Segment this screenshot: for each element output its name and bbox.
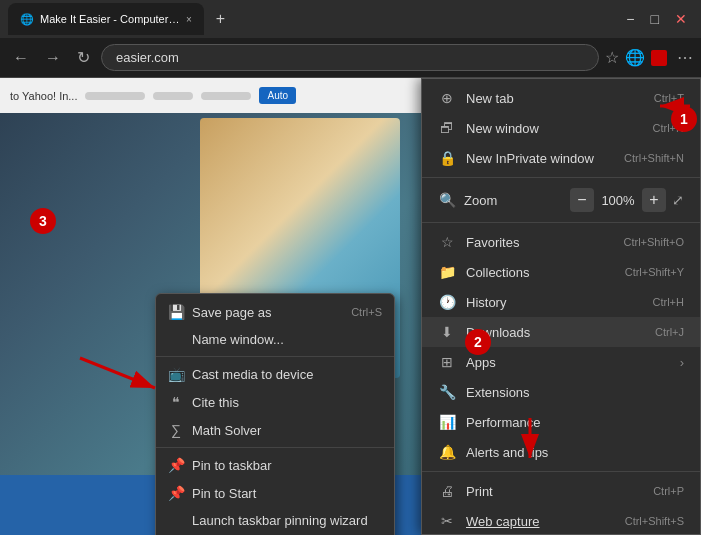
strip-text: to Yahoo! In...: [10, 90, 77, 102]
menu-performance[interactable]: 📊 Performance: [422, 407, 700, 437]
browser-chrome: 🌐 Make It Easier - Computer Tu... × + − …: [0, 0, 701, 38]
window-controls: − □ ✕: [620, 7, 693, 31]
cite-icon: ❝: [168, 394, 184, 410]
progress-bar-2: [153, 92, 193, 100]
menu-extensions-label: Extensions: [466, 385, 530, 400]
ctx-cite[interactable]: ❝ Cite this: [156, 388, 394, 416]
menu-new-window[interactable]: 🗗 New window Ctrl+N: [422, 113, 700, 143]
back-button[interactable]: ←: [8, 45, 34, 71]
new-tab-icon: ⊕: [438, 90, 456, 106]
star-icon[interactable]: ☆: [605, 48, 619, 67]
ctx-cite-label: Cite this: [192, 395, 239, 410]
downloads-icon: ⬇: [438, 324, 456, 340]
address-input[interactable]: [101, 44, 599, 71]
ctx-divider-2: [156, 447, 394, 448]
ctx-cast-media[interactable]: 📺 Cast media to device: [156, 360, 394, 388]
menu-history[interactable]: 🕐 History Ctrl+H: [422, 287, 700, 317]
strip-button[interactable]: Auto: [259, 87, 296, 104]
favorites-icon: ☆: [438, 234, 456, 250]
new-tab-button[interactable]: +: [208, 6, 233, 32]
ctx-pin-taskbar[interactable]: 📌 Pin to taskbar: [156, 451, 394, 479]
ctx-name-window[interactable]: Name window...: [156, 326, 394, 353]
pin-taskbar-icon: 📌: [168, 457, 184, 473]
performance-icon: 📊: [438, 414, 456, 430]
ctx-cast-label: Cast media to device: [192, 367, 313, 382]
menu-web-capture[interactable]: ✂ Web capture Ctrl+Shift+S: [422, 506, 700, 535]
ctx-divider-1: [156, 356, 394, 357]
zoom-row: 🔍 Zoom − 100% + ⤢: [422, 182, 700, 218]
menu-alerts[interactable]: 🔔 Alerts and tips: [422, 437, 700, 467]
ctx-save-shortcut: Ctrl+S: [351, 306, 382, 318]
apps-arrow-icon: ›: [680, 355, 684, 370]
history-icon: 🕐: [438, 294, 456, 310]
maximize-button[interactable]: □: [645, 7, 665, 31]
menu-collections-label: Collections: [466, 265, 530, 280]
ctx-save-page[interactable]: 💾 Save page as Ctrl+S: [156, 298, 394, 326]
zoom-minus-button[interactable]: −: [570, 188, 594, 212]
alerts-icon: 🔔: [438, 444, 456, 460]
menu-divider-1: [422, 177, 700, 178]
menu-extensions[interactable]: 🔧 Extensions: [422, 377, 700, 407]
menu-downloads-shortcut: Ctrl+J: [655, 326, 684, 338]
menu-apps-label: Apps: [466, 355, 496, 370]
menu-print-shortcut: Ctrl+P: [653, 485, 684, 497]
menu-new-tab-label: New tab: [466, 91, 514, 106]
pin-start-icon: 📌: [168, 485, 184, 501]
progress-bar-1: [85, 92, 145, 100]
address-bar-row: ← → ↻ ☆ 🌐 ⋯: [0, 38, 701, 78]
menu-button[interactable]: ⋯: [677, 48, 693, 67]
zoom-plus-button[interactable]: +: [642, 188, 666, 212]
minimize-button[interactable]: −: [620, 7, 640, 31]
ctx-pin-taskbar-label: Pin to taskbar: [192, 458, 272, 473]
save-icon: 💾: [168, 304, 184, 320]
menu-favorites-shortcut: Ctrl+Shift+O: [623, 236, 684, 248]
menu-collections[interactable]: 📁 Collections Ctrl+Shift+Y: [422, 257, 700, 287]
menu-inprivate-label: New InPrivate window: [466, 151, 594, 166]
ctx-launch-wizard[interactable]: Launch taskbar pinning wizard: [156, 507, 394, 534]
menu-collections-shortcut: Ctrl+Shift+Y: [625, 266, 684, 278]
menu-apps[interactable]: ⊞ Apps ›: [422, 347, 700, 377]
tab-close-button[interactable]: ×: [186, 14, 192, 25]
extensions-icon: 🔧: [438, 384, 456, 400]
menu-downloads[interactable]: ⬇ Downloads Ctrl+J: [422, 317, 700, 347]
close-button[interactable]: ✕: [669, 7, 693, 31]
menu-new-tab-shortcut: Ctrl+T: [654, 92, 684, 104]
zoom-value: 100%: [600, 193, 636, 208]
ctx-pin-start-label: Pin to Start: [192, 486, 256, 501]
menu-inprivate-shortcut: Ctrl+Shift+N: [624, 152, 684, 164]
inprivate-icon: 🔒: [438, 150, 456, 166]
new-window-icon: 🗗: [438, 120, 456, 136]
address-bar-icons: ☆ 🌐 ⋯: [605, 48, 693, 67]
menu-new-window-label: New window: [466, 121, 539, 136]
zoom-icon: 🔍: [438, 192, 456, 208]
menu-web-capture-shortcut: Ctrl+Shift+S: [625, 515, 684, 527]
menu-history-shortcut: Ctrl+H: [653, 296, 684, 308]
forward-button[interactable]: →: [40, 45, 66, 71]
menu-divider-3: [422, 471, 700, 472]
menu-web-capture-label: Web capture: [466, 514, 539, 529]
tab-bar: 🌐 Make It Easier - Computer Tu... × +: [8, 3, 614, 35]
menu-favorites[interactable]: ☆ Favorites Ctrl+Shift+O: [422, 227, 700, 257]
menu-favorites-label: Favorites: [466, 235, 519, 250]
ctx-pin-start[interactable]: 📌 Pin to Start: [156, 479, 394, 507]
menu-alerts-label: Alerts and tips: [466, 445, 548, 460]
menu-inprivate[interactable]: 🔒 New InPrivate window Ctrl+Shift+N: [422, 143, 700, 173]
ctx-save-label: Save page as: [192, 305, 272, 320]
zoom-controls: − 100% + ⤢: [570, 188, 684, 212]
ctx-name-window-label: Name window...: [192, 332, 284, 347]
page-strip: to Yahoo! In... Auto: [0, 78, 430, 113]
progress-bar-3: [201, 92, 251, 100]
globe-icon[interactable]: 🌐: [625, 48, 645, 67]
zoom-expand-button[interactable]: ⤢: [672, 192, 684, 208]
ctx-math-label: Math Solver: [192, 423, 261, 438]
menu-performance-label: Performance: [466, 415, 540, 430]
menu-print[interactable]: 🖨 Print Ctrl+P: [422, 476, 700, 506]
menu-history-label: History: [466, 295, 506, 310]
refresh-button[interactable]: ↻: [72, 44, 95, 71]
active-tab[interactable]: 🌐 Make It Easier - Computer Tu... ×: [8, 3, 204, 35]
ctx-math-solver[interactable]: ∑ Math Solver: [156, 416, 394, 444]
settings-icon[interactable]: [651, 50, 667, 66]
menu-new-tab[interactable]: ⊕ New tab Ctrl+T: [422, 83, 700, 113]
main-content: to Yahoo! In... Auto est for You or Your…: [0, 78, 701, 535]
main-menu: ⊕ New tab Ctrl+T 🗗 New window Ctrl+N 🔒 N…: [421, 78, 701, 535]
